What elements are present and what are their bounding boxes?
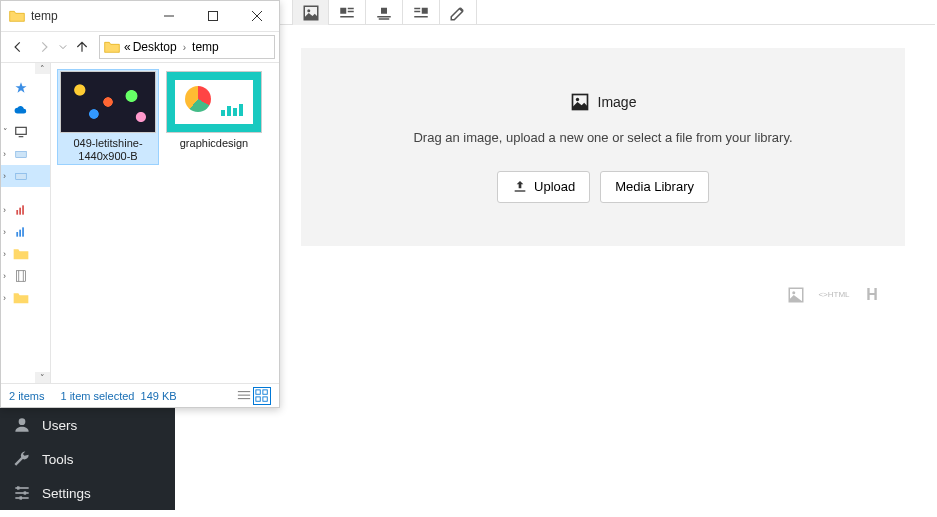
folder-icon	[13, 247, 29, 261]
film-icon	[13, 269, 29, 283]
align-center-button[interactable]	[366, 0, 403, 25]
nav-forward-button[interactable]	[31, 34, 57, 60]
file-thumbnail	[60, 71, 156, 133]
menu-tools[interactable]: Tools	[0, 442, 175, 476]
tree-item[interactable]: ›	[1, 143, 50, 165]
breadcrumb-temp[interactable]: temp	[190, 40, 221, 54]
footer-image-icon[interactable]	[787, 286, 805, 304]
sliders-icon	[12, 483, 32, 503]
svg-rect-32	[16, 174, 27, 180]
window-title: temp	[31, 9, 147, 23]
block-footer: <>HTML H	[178, 246, 935, 304]
menu-settings[interactable]: Settings	[0, 476, 175, 510]
nav-recent-dropdown[interactable]	[59, 40, 67, 54]
upload-label: Upload	[534, 179, 575, 194]
breadcrumb-prefix: «	[124, 40, 131, 54]
align-left-button[interactable]	[329, 0, 366, 25]
svg-rect-31	[16, 152, 27, 158]
footer-heading-icon[interactable]: H	[863, 286, 881, 304]
status-selection: 1 item selected 149 KB	[60, 390, 176, 402]
close-button[interactable]	[235, 1, 279, 31]
svg-rect-29	[16, 127, 27, 134]
svg-point-17	[792, 291, 795, 294]
nav-tree[interactable]: ˄ ˅ › › › › › › › ˅	[1, 63, 51, 383]
svg-rect-39	[16, 271, 25, 282]
tree-item[interactable]: ›	[1, 199, 50, 221]
minimize-button[interactable]	[147, 1, 191, 31]
svg-rect-22	[17, 486, 20, 489]
star-icon	[13, 81, 29, 95]
folder-icon	[9, 9, 25, 23]
nav-back-button[interactable]	[5, 34, 31, 60]
footer-html-icon[interactable]: <>HTML	[825, 286, 843, 304]
folder-icon	[104, 40, 120, 54]
drive-icon	[13, 147, 29, 161]
tree-item[interactable]: ›	[1, 243, 50, 265]
svg-rect-33	[16, 210, 18, 215]
view-thumbnails-button[interactable]	[253, 387, 271, 405]
maximize-button[interactable]	[191, 1, 235, 31]
address-bar[interactable]: « Desktop › temp	[99, 35, 275, 59]
edit-button[interactable]	[440, 0, 477, 25]
upload-icon	[512, 179, 528, 195]
tree-scroll-down[interactable]: ˅	[35, 372, 50, 383]
explorer-statusbar: 2 items 1 item selected 149 KB	[1, 383, 279, 407]
explorer-window: temp « Desktop › temp ˄ ˅ › › › › ›	[0, 0, 280, 408]
file-name: graphicdesign	[165, 137, 263, 150]
svg-rect-24	[20, 496, 23, 499]
align-right-button[interactable]	[403, 0, 440, 25]
file-area[interactable]: 049-letitshine-1440x900-B graphicdesign	[51, 63, 279, 383]
chevron-right-icon: ›	[183, 42, 186, 53]
upload-button[interactable]: Upload	[497, 171, 590, 203]
editor-toolbar	[178, 0, 935, 25]
svg-rect-6	[381, 7, 387, 13]
nav-up-button[interactable]	[69, 34, 95, 60]
svg-rect-45	[256, 389, 260, 393]
svg-rect-34	[19, 208, 21, 215]
status-item-count: 2 items	[9, 390, 44, 402]
svg-rect-15	[515, 190, 526, 191]
tree-item[interactable]: ˅	[1, 121, 50, 143]
svg-point-1	[307, 9, 310, 12]
editor-area: Image Drag an image, upload a new one or…	[178, 0, 935, 517]
explorer-navbar: « Desktop › temp	[1, 31, 279, 63]
view-details-button[interactable]	[235, 387, 253, 405]
svg-point-14	[575, 97, 578, 100]
media-library-label: Media Library	[615, 179, 694, 194]
file-name: 049-letitshine-1440x900-B	[59, 137, 157, 163]
svg-rect-48	[263, 396, 267, 400]
tree-item[interactable]: ›	[1, 165, 50, 187]
folder-icon	[13, 291, 29, 305]
image-placeholder-block[interactable]: Image Drag an image, upload a new one or…	[301, 48, 905, 246]
svg-rect-2	[340, 7, 346, 13]
user-icon	[12, 415, 32, 435]
svg-rect-46	[263, 389, 267, 393]
file-item[interactable]: 049-letitshine-1440x900-B	[57, 69, 159, 165]
wp-admin-sidebar: Users Tools Settings	[0, 408, 175, 510]
tree-item[interactable]: ›	[1, 287, 50, 309]
svg-rect-37	[19, 230, 21, 237]
cloud-icon	[13, 103, 29, 117]
menu-settings-label: Settings	[42, 486, 91, 501]
menu-users-label: Users	[42, 418, 77, 433]
image-block-icon-button[interactable]	[292, 0, 329, 25]
svg-rect-36	[16, 232, 18, 237]
tree-item[interactable]: ›	[1, 265, 50, 287]
breadcrumb-desktop[interactable]: Desktop	[131, 40, 179, 54]
explorer-body: ˄ ˅ › › › › › › › ˅ 049-letitshine-1440x…	[1, 63, 279, 383]
media-library-button[interactable]: Media Library	[600, 171, 709, 203]
tree-item[interactable]	[1, 77, 50, 99]
tree-item[interactable]	[1, 99, 50, 121]
file-thumbnail	[166, 71, 262, 133]
monitor-icon	[13, 125, 29, 139]
image-block-title: Image	[598, 94, 637, 110]
tree-item[interactable]: ›	[1, 221, 50, 243]
explorer-titlebar[interactable]: temp	[1, 1, 279, 31]
file-item[interactable]: graphicdesign	[163, 69, 265, 165]
menu-tools-label: Tools	[42, 452, 74, 467]
svg-rect-26	[209, 12, 218, 21]
drive-icon	[13, 169, 29, 183]
menu-users[interactable]: Users	[0, 408, 175, 442]
tree-scroll-up[interactable]: ˄	[35, 63, 50, 74]
image-icon	[570, 92, 590, 112]
